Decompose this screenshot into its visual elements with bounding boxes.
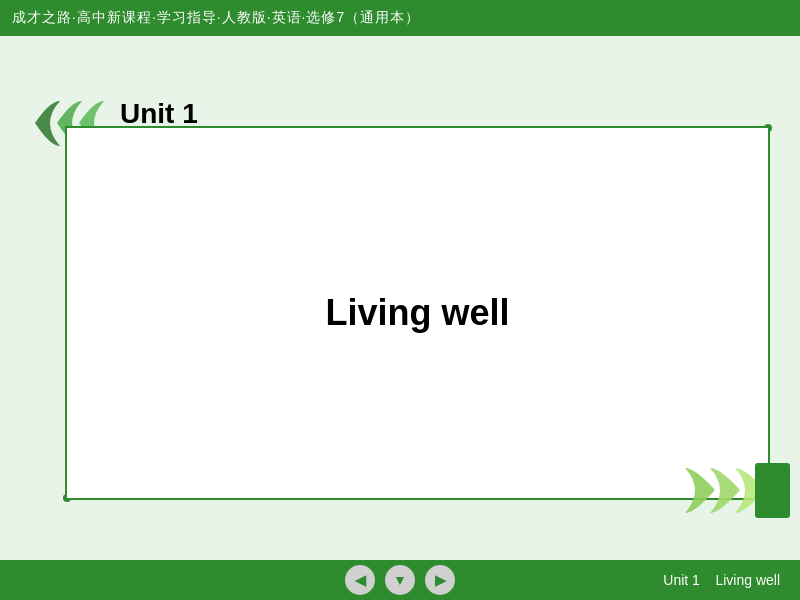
footer-nav: ◀ ▼ ▶ [345,565,455,595]
nav-down-icon: ▼ [393,572,407,588]
nav-prev-icon: ◀ [355,572,366,588]
svg-rect-0 [755,463,790,518]
nav-down-button[interactable]: ▼ [385,565,415,595]
nav-prev-button[interactable]: ◀ [345,565,375,595]
nav-next-icon: ▶ [435,572,446,588]
content-box: Living well [65,126,770,500]
right-chevrons-icon [680,463,790,518]
footer-right-text: Unit 1 Living well [663,572,780,588]
footer-wrapper: ◀ ▼ ▶ Unit 1 Living well [20,560,780,600]
footer-title-text: Living well [715,572,780,588]
header-bar: 成才之路·高中新课程·学习指导·人教版·英语·选修7（通用本） [0,0,800,36]
chevrons-bottom-right-decoration [680,463,790,518]
footer-unit-text: Unit 1 [663,572,700,588]
footer-bar: ◀ ▼ ▶ Unit 1 Living well [0,560,800,600]
header-title: 成才之路·高中新课程·学习指导·人教版·英语·选修7（通用本） [12,9,420,27]
nav-next-button[interactable]: ▶ [425,565,455,595]
main-content: Unit 1 Living well [0,36,800,560]
content-title: Living well [325,292,509,334]
